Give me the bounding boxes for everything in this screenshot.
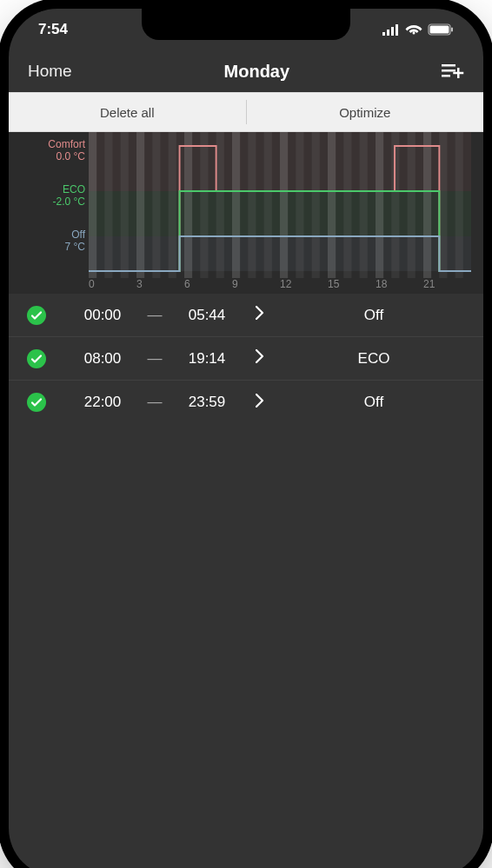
chart-plot (89, 132, 471, 278)
check-icon (26, 348, 47, 369)
dash: — (134, 350, 176, 368)
chevron-right-icon (238, 306, 282, 324)
level-off: Off 7 °C (9, 229, 85, 254)
time-from: 08:00 (71, 350, 134, 368)
svg-rect-1 (387, 30, 389, 36)
svg-rect-3 (396, 24, 398, 36)
dash: — (134, 307, 176, 324)
x-tick: 12 (280, 278, 328, 294)
time-from: 00:00 (71, 307, 134, 324)
svg-rect-37 (439, 132, 447, 278)
svg-rect-11 (453, 72, 463, 75)
level-comfort: Comfort 0.0 °C (9, 139, 85, 163)
x-tick: 21 (423, 278, 471, 294)
x-tick: 3 (136, 278, 184, 294)
optimize-button[interactable]: Optimize (247, 93, 484, 131)
svg-rect-30 (328, 132, 336, 278)
x-tick: 18 (376, 278, 423, 294)
svg-rect-28 (296, 132, 303, 278)
level-name: Off (9, 229, 85, 242)
schedule-list: 00:00 — 05:44 Off 08:00 — 19:14 ECO 22:0… (9, 294, 483, 424)
x-tick: 15 (328, 278, 376, 294)
svg-rect-19 (152, 132, 160, 278)
mode-label: Off (282, 394, 466, 411)
svg-rect-21 (184, 132, 192, 278)
svg-rect-27 (280, 132, 288, 278)
svg-rect-0 (382, 32, 385, 36)
svg-rect-20 (169, 132, 176, 278)
svg-rect-36 (423, 132, 431, 278)
x-tick: 6 (184, 278, 232, 294)
svg-rect-29 (312, 132, 320, 278)
wifi-icon (405, 23, 422, 36)
level-eco: ECO -2.0 °C (9, 184, 85, 209)
level-temp: 0.0 °C (9, 151, 85, 163)
mode-label: Off (282, 307, 466, 324)
svg-rect-26 (264, 132, 272, 278)
svg-rect-7 (442, 64, 455, 67)
optimize-label: Optimize (339, 105, 390, 120)
battery-icon (428, 23, 454, 36)
nav-bar: Home Monday (9, 50, 483, 92)
check-icon (26, 392, 47, 413)
svg-rect-15 (89, 132, 96, 278)
chevron-right-icon (238, 394, 282, 412)
page-title: Monday (224, 62, 290, 82)
svg-rect-6 (451, 28, 453, 32)
schedule-row[interactable]: 00:00 — 05:44 Off (9, 294, 483, 337)
dash: — (134, 394, 176, 411)
svg-rect-17 (121, 132, 129, 278)
check-icon (26, 305, 47, 326)
svg-rect-8 (442, 70, 455, 72)
notch (142, 9, 350, 40)
phone-frame: 7:54 Home Monday Delete all Optimize Com… (9, 9, 483, 868)
svg-rect-2 (391, 27, 394, 36)
svg-rect-32 (360, 132, 368, 278)
svg-rect-24 (232, 132, 240, 278)
svg-rect-25 (248, 132, 256, 278)
time-to: 19:14 (176, 350, 238, 368)
svg-rect-16 (104, 132, 112, 278)
action-bar: Delete all Optimize (9, 92, 483, 132)
mode-label: ECO (282, 350, 466, 368)
svg-rect-31 (343, 132, 351, 278)
back-button[interactable]: Home (28, 62, 72, 81)
x-tick: 0 (89, 278, 136, 294)
schedule-row[interactable]: 08:00 — 19:14 ECO (9, 337, 483, 381)
svg-rect-9 (442, 75, 450, 77)
chevron-right-icon (238, 349, 282, 368)
svg-rect-33 (376, 132, 383, 278)
add-schedule-button[interactable] (442, 63, 464, 80)
delete-all-button[interactable]: Delete all (9, 93, 246, 131)
level-name: Comfort (9, 139, 85, 151)
svg-rect-22 (200, 132, 208, 278)
delete-all-label: Delete all (100, 105, 155, 120)
signal-icon (382, 23, 400, 36)
level-temp: -2.0 °C (9, 196, 85, 209)
status-time: 7:54 (38, 21, 68, 38)
time-from: 22:00 (71, 394, 134, 411)
chart-x-axis: 036912151821 (89, 278, 471, 294)
x-tick: 9 (232, 278, 280, 294)
playlist-add-icon (442, 63, 464, 80)
svg-rect-35 (408, 132, 416, 278)
svg-rect-38 (455, 132, 463, 278)
schedule-chart: Comfort 0.0 °C ECO -2.0 °C Off 7 °C 0369… (9, 132, 483, 294)
time-to: 05:44 (176, 307, 238, 324)
level-temp: 7 °C (9, 242, 85, 254)
time-to: 23:59 (176, 394, 238, 411)
schedule-row[interactable]: 22:00 — 23:59 Off (9, 381, 483, 424)
status-icons (382, 23, 454, 36)
svg-rect-5 (430, 26, 449, 34)
svg-rect-23 (216, 132, 224, 278)
svg-rect-18 (136, 132, 144, 278)
level-name: ECO (9, 184, 85, 196)
